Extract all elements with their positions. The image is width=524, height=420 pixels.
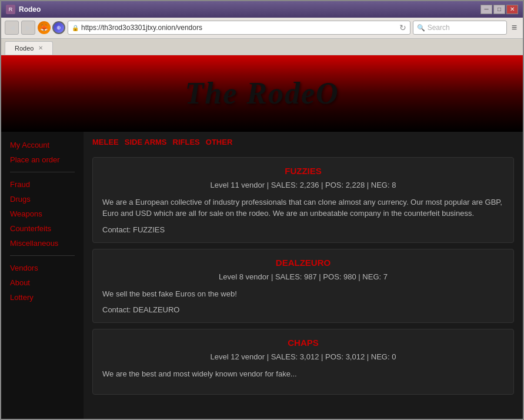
refresh-icon[interactable]: ↻ [399, 23, 406, 32]
vendor-desc-fuzzies: We are a European collective of industry… [102, 196, 504, 219]
maximize-button[interactable]: □ [493, 5, 505, 14]
sidebar-item-vendors[interactable]: Vendors [1, 261, 84, 275]
sub-nav-other[interactable]: OTHER [206, 138, 233, 146]
sidebar-item-my-account[interactable]: My Account [1, 138, 84, 152]
vendor-name-dealzeuro: DEALZEURO [102, 258, 504, 268]
site-header: The RodeO [1, 55, 523, 132]
close-button[interactable]: ✕ [506, 5, 518, 14]
sidebar-item-counterfeits[interactable]: Counterfeits [1, 221, 84, 236]
sidebar-item-weapons[interactable]: Weapons [1, 206, 84, 221]
vendor-stats-fuzzies: Level 11 vendor | SALES: 2,236 | POS: 2,… [102, 181, 504, 189]
browser-icon2: ⊕ [52, 21, 65, 34]
vendor-contact-fuzzies: Contact: FUZZIES [102, 225, 504, 234]
sidebar-item-place-order[interactable]: Place an order [1, 152, 84, 167]
vendor-name-fuzzies: FUZZIES [102, 166, 504, 176]
page-wrapper: The RodeO My Account Place an order Frau… [1, 55, 523, 419]
sidebar-item-miscellaneous[interactable]: Miscellaneous [1, 236, 84, 251]
app-icon: R [6, 5, 15, 14]
tab-close-button[interactable]: ✕ [38, 45, 43, 51]
sidebar-item-drugs[interactable]: Drugs [1, 192, 84, 206]
search-placeholder: Search [428, 24, 450, 32]
vendor-card-chaps: CHAPS Level 12 vendor | SALES: 3,012 | P… [92, 329, 514, 395]
search-bar[interactable]: 🔍 Search [413, 21, 507, 35]
sub-nav: MELEE SIDE ARMS RIFLES OTHER [92, 138, 514, 150]
main-layout: My Account Place an order Fraud Drugs We… [1, 132, 523, 419]
tab-bar: Rodeo ✕ [1, 39, 523, 55]
site-title: The RodeO [185, 76, 339, 111]
browser-logo: 🦊 [38, 21, 51, 34]
vendor-contact-dealzeuro: Contact: DEALZEURO [102, 305, 504, 314]
url-text: https://th3rod3o3301jtxy.onion/vendors [81, 24, 397, 32]
minimize-button[interactable]: ─ [480, 5, 492, 14]
vendor-name-chaps: CHAPS [102, 338, 504, 348]
vendor-card-fuzzies: FUZZIES Level 11 vendor | SALES: 2,236 |… [92, 157, 514, 243]
menu-button[interactable]: ≡ [509, 21, 519, 34]
search-icon: 🔍 [417, 24, 425, 32]
sidebar-item-lottery[interactable]: Lottery [1, 290, 84, 305]
sub-nav-rifles[interactable]: RIFLES [173, 138, 200, 146]
vendor-stats-dealzeuro: Level 8 vendor | SALES: 987 | POS: 980 |… [102, 272, 504, 281]
title-bar: R Rodeo ─ □ ✕ [1, 1, 523, 18]
back-button[interactable]: ◀ [5, 21, 19, 35]
sidebar: My Account Place an order Fraud Drugs We… [1, 132, 84, 419]
sidebar-divider-1 [10, 172, 75, 172]
vendor-desc-dealzeuro: We sell the best fake Euros on the web! [102, 288, 504, 300]
sidebar-item-about[interactable]: About [1, 275, 84, 290]
vendor-desc-chaps: We are the best and most widely known ve… [102, 368, 504, 380]
lock-icon: 🔒 [72, 25, 79, 31]
window-controls: ─ □ ✕ [480, 5, 518, 14]
forward-button[interactable]: ▶ [21, 21, 35, 35]
window-title: Rodeo [19, 5, 41, 14]
title-bar-left: R Rodeo [6, 5, 41, 14]
active-tab[interactable]: Rodeo ✕ [5, 41, 53, 55]
sub-nav-side-arms[interactable]: SIDE ARMS [125, 138, 167, 146]
address-bar[interactable]: 🔒 https://th3rod3o3301jtxy.onion/vendors… [68, 21, 410, 35]
tab-label: Rodeo [15, 45, 34, 52]
sidebar-divider-2 [10, 255, 75, 256]
sub-nav-melee[interactable]: MELEE [92, 138, 119, 146]
sidebar-item-fraud[interactable]: Fraud [1, 177, 84, 192]
vendor-card-dealzeuro: DEALZEURO Level 8 vendor | SALES: 987 | … [92, 249, 514, 324]
main-content: COMPUTER MELEE SIDE ARMS RIFLES OTHER FU… [84, 132, 523, 419]
toolbar: ◀ ▶ 🦊 ⊕ 🔒 https://th3rod3o3301jtxy.onion… [1, 18, 523, 39]
vendor-stats-chaps: Level 12 vendor | SALES: 3,012 | POS: 3,… [102, 352, 504, 361]
